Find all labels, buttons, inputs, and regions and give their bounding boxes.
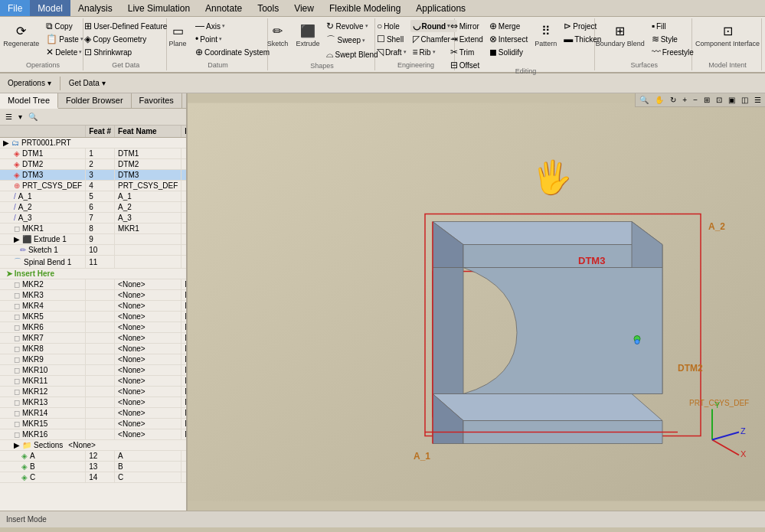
tree-row-prt-csys[interactable]: ⊕PRT_CSYS_DEF 4 PRT_CSYS_DEF <box>0 181 186 191</box>
tree-row-mkr9[interactable]: ◻MKR9 <None>MKR9 <box>0 354 186 365</box>
vp-tool-3[interactable]: ▣ <box>726 95 737 105</box>
tree-row-root[interactable]: ▶ 🗂 PRT0001.PRT <box>0 138 186 149</box>
tree-row-mkr16[interactable]: ◻MKR16 <None>MKR16 <box>0 429 186 440</box>
tree-row-mkr15[interactable]: ◻MKR15 <None>MKR15 <box>0 419 186 429</box>
ribbon-btn-extrude[interactable]: ⬛ Extrude <box>293 20 322 49</box>
vp-tool-2[interactable]: ⊡ <box>714 95 724 105</box>
vp-tool-5[interactable]: ☰ <box>752 95 763 105</box>
svg-text:DTM3: DTM3 <box>578 255 605 266</box>
tree-row-insert-here[interactable]: ➤ Insert Here <box>0 269 186 279</box>
panel-tool-search[interactable]: 🔍 <box>26 112 40 122</box>
ribbon-btn-trim[interactable]: ✂ Trim <box>448 46 485 58</box>
panel-tool-filter[interactable]: ▾ <box>16 112 25 122</box>
dtm3-fe <box>181 170 186 181</box>
ribbon-btn-extend[interactable]: ⇥ Extend <box>448 33 485 45</box>
a2-feat-name: A_2 <box>115 202 181 213</box>
ribbon-btn-offset[interactable]: ⊟ Offset <box>448 59 485 71</box>
tab-favorites[interactable]: Favorites <box>132 93 182 108</box>
ribbon-btn-copy-geometry[interactable]: ◈ Copy Geometry <box>82 33 169 45</box>
tree-row-sketch1[interactable]: ✏Sketch 1 10 <box>0 245 186 256</box>
tree-row-mkr3[interactable]: ◻MKR3 <None>MKR3 <box>0 290 186 301</box>
vp-tool-zoom-out[interactable]: − <box>691 95 700 105</box>
menu-live-simulation[interactable]: Live Simulation <box>120 0 198 16</box>
svg-marker-7 <box>433 394 662 421</box>
ribbon-btn-pattern[interactable]: ⠿ Pattern <box>531 20 560 49</box>
ribbon-btn-coord-system[interactable]: ⊕ Coordinate System <box>193 46 272 58</box>
ribbon-btn-freestyle[interactable]: 〰 Freestyle <box>649 46 696 58</box>
tree-row-mkr11[interactable]: ◻MKR11 <None>MKR11 <box>0 376 186 387</box>
ribbon-btn-hole[interactable]: ○ Hole <box>374 20 409 32</box>
mkr7-label: MKR7 <box>22 334 44 342</box>
ribbon-btn-solidify[interactable]: ◼ Solidify <box>487 46 530 58</box>
tree-row-mkr1[interactable]: ◻MKR1 8 MKR1 <box>0 224 186 234</box>
tree-row-mkr14[interactable]: ◻MKR14 <None>MKR14 <box>0 408 186 419</box>
ribbon-btn-point[interactable]: • Point ▾ <box>193 33 272 45</box>
ribbon-btn-merge[interactable]: ⊕ Merge <box>487 20 530 32</box>
ribbon-btn-delete[interactable]: ✕ Delete ▾ <box>44 46 86 58</box>
ribbon-btn-mirror[interactable]: ⇔ Mirror <box>448 20 485 32</box>
tree-row-mkr12[interactable]: ◻MKR12 <None>MKR12 <box>0 387 186 397</box>
tree-row-mkr5[interactable]: ◻MKR5 <None>MKR5 <box>0 312 186 322</box>
tab-model-tree[interactable]: Model Tree <box>0 93 58 109</box>
tree-row-section-a[interactable]: ◈A 12 A <box>0 451 186 462</box>
menu-model[interactable]: Model <box>30 0 70 16</box>
tree-row-dtm2[interactable]: ◈DTM2 2 DTM2 <box>0 159 186 170</box>
viewport[interactable]: DTM3 DTM2 PRT_CSYS_DEF A_2 A_1 Y X Z 🖐 🔍 <box>188 93 765 511</box>
vp-tool-pan[interactable]: ✋ <box>652 95 666 105</box>
menu-flexible-modeling[interactable]: Flexible Modeling <box>322 0 408 16</box>
menu-annotate[interactable]: Annotate <box>198 0 250 16</box>
tree-row-a1[interactable]: /A_1 5 A_1 <box>0 191 186 202</box>
ribbon-btn-copy[interactable]: ⧉ Copy <box>44 20 86 32</box>
ribbon-btn-paste[interactable]: 📋 Paste ▾ <box>44 33 86 45</box>
menu-file[interactable]: File <box>0 0 30 16</box>
tree-row-mkr2[interactable]: ◻MKR2 <None> MKR2 <box>0 279 186 290</box>
tree-row-dtm3[interactable]: ◈DTM3 3 DTM3 <box>0 170 186 181</box>
ribbon-btn-sweep[interactable]: ⌒ Sweep ▾ <box>324 33 380 47</box>
ribbon-btn-boundary-blend[interactable]: ⊞ Boundary Blend <box>593 20 648 49</box>
tree-row-extrude1[interactable]: ▶⬛Extrude 1 9 <box>0 234 186 245</box>
ribbon-btn-revolve[interactable]: ↻ Revolve ▾ <box>324 20 380 32</box>
tab-folder-browser[interactable]: Folder Browser <box>58 93 132 108</box>
ribbon-btn-intersect[interactable]: ⊗ Intersect <box>487 33 530 45</box>
menu-applications[interactable]: Applications <box>408 0 473 16</box>
tree-row-section-b[interactable]: ◈B 13 B <box>0 462 186 472</box>
menu-view[interactable]: View <box>286 0 322 16</box>
ribbon-btn-sketch[interactable]: ✏ Sketch <box>263 20 291 49</box>
mkr9-icon: ◻ <box>14 355 20 364</box>
ribbon-btn-axis[interactable]: — Axis ▾ <box>193 20 272 32</box>
ribbon-btn-draft[interactable]: ◹ Draft ▾ <box>374 46 409 58</box>
tree-row-mkr8[interactable]: ◻MKR8 <None>MKR8 <box>0 344 186 354</box>
ribbon-btn-user-defined[interactable]: ⊞ User-Defined Feature <box>82 20 169 32</box>
vp-tool-view[interactable]: 🔍 <box>637 95 651 105</box>
tree-row-mkr13[interactable]: ◻MKR13 <None>MKR13 <box>0 397 186 408</box>
ribbon-btn-shrinkwrap[interactable]: ⊡ Shrinkwrap <box>82 46 169 58</box>
ribbon-btn-fill[interactable]: ▪ Fill <box>649 20 696 32</box>
tree-row-section-c[interactable]: ◈C 14 C <box>0 472 186 483</box>
a1-fe <box>181 191 186 202</box>
tree-row-spinal-bend1[interactable]: ⌒Spinal Bend 1 11 <box>0 256 186 269</box>
menu-analysis[interactable]: Analysis <box>70 0 120 16</box>
vp-tool-1[interactable]: ⊞ <box>701 95 712 105</box>
tree-row-mkr10[interactable]: ◻MKR10 <None>MKR10 <box>0 365 186 376</box>
tree-row-mkr4[interactable]: ◻MKR4 <None>MKR4 <box>0 301 186 312</box>
menu-tools[interactable]: Tools <box>250 0 286 16</box>
vp-tool-zoom-in[interactable]: + <box>680 95 689 105</box>
ribbon-btn-style[interactable]: ≋ Style <box>649 33 696 45</box>
tree-row-dtm1[interactable]: ◈DTM1 1 DTM1 <box>0 149 186 159</box>
panel-tool-settings[interactable]: ☰ <box>3 112 15 122</box>
ribbon-btn-component-interface[interactable]: ⊡ Component Interface <box>692 20 763 49</box>
tree-row-mkr7[interactable]: ◻MKR7 <None>MKR7 <box>0 333 186 344</box>
ribbon-btn-regenerate[interactable]: ⟳ Regenerate <box>0 20 42 49</box>
ribbon-btn-shell[interactable]: ☐ Shell <box>374 33 409 45</box>
tree-row-mkr6[interactable]: ◻MKR6 <None>MKR6 <box>0 322 186 333</box>
vp-tool-rotate[interactable]: ↻ <box>668 95 678 105</box>
tree-row-sections[interactable]: ▶📁Sections<None> <box>0 440 186 451</box>
vp-tool-4[interactable]: ◫ <box>739 95 750 105</box>
operations-dropdown[interactable]: Operations ▾ <box>3 77 56 89</box>
mkr13-label: MKR13 <box>22 398 47 406</box>
tree-row-a3[interactable]: /A_3 7 A_3 <box>0 213 186 224</box>
tree-row-a2[interactable]: /A_2 6 A_2 <box>0 202 186 213</box>
ribbon-btn-plane[interactable]: ▭ Plane <box>164 20 191 49</box>
get-data-dropdown[interactable]: Get Data ▾ <box>64 77 110 89</box>
ribbon-btn-swept-blend[interactable]: ⌓ Swept Blend <box>324 48 380 60</box>
